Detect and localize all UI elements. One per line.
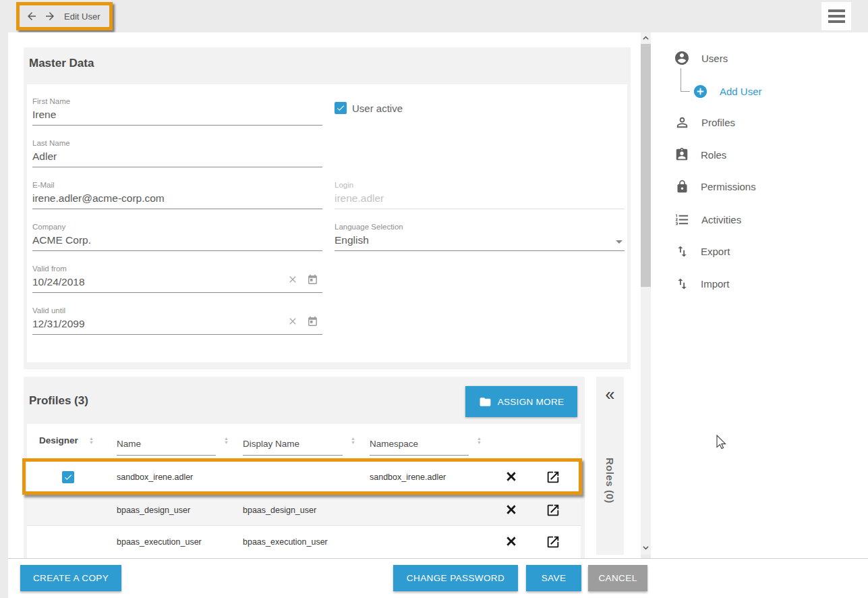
namespace-filter-input[interactable]: Namespace: [370, 439, 469, 456]
sidebar-item-profiles[interactable]: Profiles: [674, 115, 735, 130]
sidebar-item-users[interactable]: Users: [674, 50, 728, 66]
numbered-list-icon: [674, 212, 690, 227]
roles-collapsed-panel: « Roles (0): [596, 377, 624, 555]
clear-date-icon[interactable]: [287, 274, 298, 288]
tree-connector: [681, 68, 690, 92]
sidebar-item-label: Permissions: [701, 181, 756, 192]
page-title: Edit User: [64, 11, 100, 22]
valid-until-field[interactable]: Valid until 12/31/2099: [32, 306, 322, 335]
calendar-icon[interactable]: [307, 316, 318, 330]
company-label: Company: [32, 222, 322, 232]
table-row[interactable]: bpaas_design_user bpaas_design_user: [27, 493, 581, 526]
profile-namespace: sandbox_irene.adler: [370, 461, 446, 493]
forward-arrow-icon[interactable]: [44, 10, 56, 22]
profile-name: bpaas_execution_user: [117, 526, 202, 558]
profile-name: bpaas_design_user: [117, 494, 190, 526]
sidebar-item-roles[interactable]: Roles: [674, 147, 726, 162]
user-active-checkbox[interactable]: [335, 102, 347, 114]
breadcrumb: Edit User: [16, 2, 113, 30]
valid-from-field[interactable]: Valid from 10/24/2018: [32, 264, 322, 293]
company-value[interactable]: ACME Corp.: [32, 232, 322, 251]
open-in-new-icon[interactable]: [546, 470, 560, 487]
sidebar-item-add-user[interactable]: Add User: [693, 84, 762, 99]
email-field[interactable]: E-Mail irene.adler@acme-corp.com: [32, 180, 322, 209]
profile-name: sandbox_irene.adler: [117, 461, 193, 493]
import-export-icon: [675, 244, 689, 259]
valid-from-value[interactable]: 10/24/2018: [32, 273, 322, 293]
user-circle-icon: [674, 50, 690, 66]
sidebar-item-export[interactable]: Export: [675, 244, 730, 259]
clear-date-icon[interactable]: [287, 316, 298, 329]
language-label: Language Selection: [335, 222, 625, 232]
profiles-table: Designer ▲▼ Name ▲▼ Display Name ▲▼ Name…: [27, 424, 581, 558]
remove-icon[interactable]: [504, 535, 518, 551]
scroll-down-icon[interactable]: [641, 543, 651, 553]
profile-display-name: bpaas_execution_user: [243, 526, 328, 558]
sidebar-item-activities[interactable]: Activities: [674, 212, 741, 227]
sort-icon[interactable]: ▲▼: [477, 437, 482, 445]
column-header-designer: Designer: [39, 435, 78, 445]
hamburger-menu-icon[interactable]: [821, 2, 851, 30]
sidebar-item-label: Import: [701, 278, 730, 290]
login-field: Login irene.adler: [335, 180, 625, 209]
sidebar: [651, 32, 868, 558]
sidebar-item-label: Activities: [701, 214, 741, 225]
valid-until-label: Valid until: [32, 306, 322, 315]
company-field[interactable]: Company ACME Corp.: [32, 222, 322, 251]
main-content: Master Data First Name Irene Last Name A…: [8, 32, 641, 558]
sidebar-item-import[interactable]: Import: [675, 277, 730, 291]
first-name-value[interactable]: Irene: [32, 106, 322, 126]
sidebar-item-permissions[interactable]: Permissions: [675, 180, 756, 194]
user-active-label: User active: [352, 103, 403, 114]
open-in-new-icon[interactable]: [546, 535, 560, 552]
folder-icon: [479, 396, 492, 408]
footer-action-bar: CREATE A COPY CHANGE PASSWORD SAVE CANCE…: [8, 558, 868, 598]
open-in-new-icon[interactable]: [546, 503, 560, 520]
profiles-card: Profiles (3) ASSIGN MORE Designer ▲▼ Nam…: [24, 377, 585, 558]
last-name-field[interactable]: Last Name Adler: [32, 138, 322, 167]
vertical-scrollbar[interactable]: [641, 32, 651, 555]
designer-checkbox[interactable]: [62, 471, 74, 483]
language-value[interactable]: English: [335, 232, 625, 251]
calendar-icon[interactable]: [307, 274, 318, 288]
name-filter-input[interactable]: Name: [117, 439, 216, 456]
top-header-bar: Edit User: [0, 0, 868, 32]
back-arrow-icon[interactable]: [26, 10, 38, 22]
valid-from-label: Valid from: [32, 264, 322, 273]
sidebar-item-label: Export: [701, 246, 730, 257]
scrollbar-thumb[interactable]: [641, 44, 651, 287]
chevron-down-icon[interactable]: [616, 240, 623, 244]
table-row[interactable]: bpaas_execution_user bpaas_execution_use…: [27, 526, 581, 558]
master-data-title: Master Data: [29, 57, 94, 70]
sidebar-item-label: Profiles: [701, 117, 735, 128]
first-name-field[interactable]: First Name Irene: [32, 97, 322, 126]
valid-until-value[interactable]: 12/31/2099: [32, 315, 322, 335]
table-row[interactable]: sandbox_irene.adler sandbox_irene.adler: [27, 461, 581, 493]
sort-icon[interactable]: ▲▼: [351, 437, 355, 445]
display-name-filter-input[interactable]: Display Name: [243, 439, 343, 456]
expand-panel-icon[interactable]: «: [596, 385, 624, 404]
remove-icon[interactable]: [504, 470, 518, 486]
sort-icon[interactable]: ▲▼: [224, 437, 229, 445]
assign-more-label: ASSIGN MORE: [498, 397, 565, 407]
email-label: E-Mail: [32, 180, 322, 190]
save-button[interactable]: SAVE: [526, 565, 581, 591]
assign-more-button[interactable]: ASSIGN MORE: [465, 386, 577, 417]
first-name-label: First Name: [32, 97, 322, 106]
profiles-title: Profiles (3): [29, 394, 88, 408]
profile-display-name: bpaas_design_user: [243, 494, 316, 526]
user-active-toggle[interactable]: User active: [335, 102, 403, 114]
change-password-button[interactable]: CHANGE PASSWORD: [393, 565, 518, 591]
last-name-value[interactable]: Adler: [32, 148, 322, 167]
sidebar-item-label: Add User: [720, 86, 762, 97]
cancel-button[interactable]: CANCEL: [588, 565, 647, 591]
last-name-label: Last Name: [32, 138, 322, 148]
language-select[interactable]: Language Selection English: [335, 222, 625, 251]
remove-icon[interactable]: [504, 503, 518, 519]
login-label: Login: [335, 180, 625, 190]
sort-icon[interactable]: ▲▼: [89, 437, 94, 445]
email-value[interactable]: irene.adler@acme-corp.com: [32, 190, 322, 209]
scroll-up-icon[interactable]: [641, 32, 651, 43]
create-copy-button[interactable]: CREATE A COPY: [20, 565, 121, 591]
roles-panel-tab[interactable]: Roles (0): [596, 458, 624, 504]
